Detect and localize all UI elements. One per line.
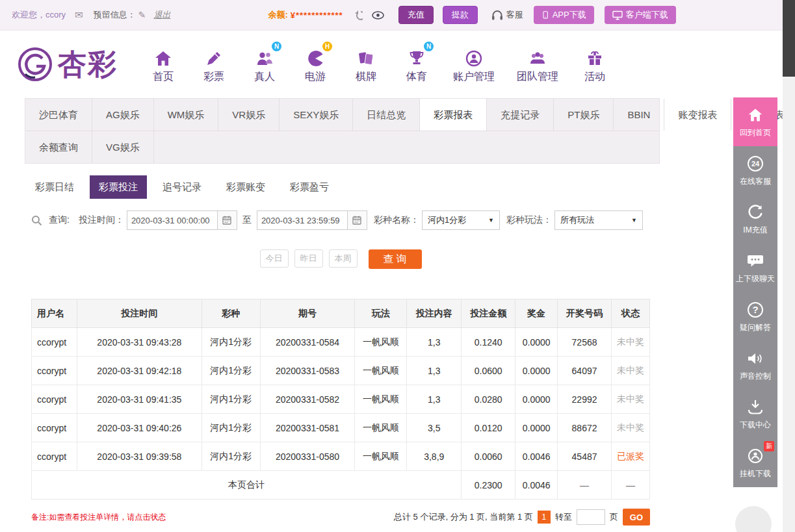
tab-wm[interactable]: WM娱乐 [154, 99, 219, 131]
search-button[interactable]: 查 询 [369, 249, 422, 269]
lottery-select-value: 河内1分彩 [428, 214, 466, 226]
app-download-button[interactable]: APP下载 [534, 6, 594, 24]
cell-bet-amount: 0.0280 [462, 385, 515, 414]
sidebar-item-sound[interactable]: 声音控制 [733, 341, 777, 390]
nav-item-sports[interactable]: N 体育 [402, 45, 431, 84]
tab-pt[interactable]: PT娱乐 [554, 99, 614, 131]
brand-logo[interactable]: 杏彩 [16, 45, 118, 84]
nav-item-label: 真人 [254, 70, 275, 84]
nav-item-team[interactable]: 团队管理 [517, 45, 558, 84]
cell-play: 一帆风顺 [355, 414, 407, 442]
deposit-button[interactable]: 充值 [398, 6, 434, 24]
cell-status[interactable]: 未中奖 [612, 328, 650, 357]
nav-item-boardgames[interactable]: 棋牌 [352, 45, 380, 84]
tab-lottery-report[interactable]: 彩票报表 [420, 99, 487, 131]
bets-table: 用户名 投注时间 彩种 期号 玩法 投注内容 投注金额 奖金 开奖号码 状态 c… [31, 299, 650, 500]
cell-username: ccorypt [32, 357, 77, 385]
page-jump-input[interactable] [577, 509, 605, 525]
client-download-button[interactable]: 客户端下载 [605, 6, 676, 24]
cell-username: ccorypt [32, 414, 77, 442]
col-header-username: 用户名 [32, 299, 77, 328]
sidebar-item-faq[interactable]: ? 疑问解答 [733, 292, 777, 341]
tab-daily-summary[interactable]: 日结总览 [353, 99, 420, 131]
subtab-chase-records[interactable]: 追号记录 [153, 175, 211, 199]
scrollbar-thumb[interactable] [783, 0, 795, 77]
subtab-lottery-profit-loss[interactable]: 彩票盈亏 [281, 175, 338, 199]
start-time-input[interactable] [127, 210, 218, 230]
summary-dash: — [612, 471, 650, 500]
tab-bbin[interactable]: BBIN [614, 99, 664, 131]
gift-icon [586, 45, 604, 68]
cell-status[interactable]: 已派奖 [612, 442, 650, 471]
table-row: ccorypt 2020-03-31 09:42:18 河内1分彩 202003… [32, 357, 650, 385]
tab-vr[interactable]: VR娱乐 [218, 99, 280, 131]
sidebar-item-download-center[interactable]: 下载中心 [733, 390, 777, 438]
today-button[interactable]: 今日 [260, 249, 289, 268]
show-balance-eye-icon[interactable] [372, 11, 384, 19]
customer-service-link[interactable]: 客服 [491, 9, 523, 21]
topbar: 欢迎您，ccory ✉ 预留信息： ✎ 退出 余额: ¥************… [0, 0, 795, 31]
cell-status[interactable]: 未中奖 [612, 385, 650, 414]
col-header-bet-content: 投注内容 [407, 299, 462, 328]
current-page-button[interactable]: 1 [538, 511, 551, 524]
page: 欢迎您，ccory ✉ 预留信息： ✎ 退出 余额: ¥************… [0, 0, 795, 532]
refresh-balance-icon[interactable] [352, 10, 363, 20]
tab-deposit-withdraw-records[interactable]: 充提记录 [487, 99, 554, 131]
home-icon [748, 106, 763, 124]
sidebar-item-im-recharge[interactable]: IM充值 [733, 195, 777, 244]
nav-item-label: 彩票 [203, 70, 224, 84]
cell-username: ccorypt [32, 442, 77, 471]
cell-bet-content: 3,5 [407, 414, 462, 442]
cell-prize: 0.0000 [515, 328, 558, 357]
sidebar-item-hangup-download[interactable]: 新 挂机下载 [733, 438, 777, 487]
col-header-bet-amount: 投注金额 [462, 299, 515, 328]
tab-vg[interactable]: VG娱乐 [92, 131, 154, 163]
app-download-label: APP下载 [553, 9, 586, 21]
nav-item-live[interactable]: N 真人 [250, 45, 279, 84]
sidebar-item-online-service[interactable]: 24 在线客服 [733, 146, 777, 195]
sidebar-item-chat[interactable]: 上下级聊天 [733, 244, 777, 292]
go-button[interactable]: GO [623, 509, 650, 526]
table-header-row: 用户名 投注时间 彩种 期号 玩法 投注内容 投注金额 奖金 开奖号码 状态 [32, 299, 650, 328]
tab-shaba-sports[interactable]: 沙巴体育 [25, 99, 92, 131]
summary-prize-total: 0.0046 [515, 471, 558, 500]
chevron-down-icon: ▼ [631, 217, 637, 223]
cell-lottery: 河内1分彩 [202, 414, 260, 442]
edit-icon[interactable]: ✎ [138, 10, 146, 20]
subtab-lottery-bets[interactable]: 彩票投注 [90, 175, 147, 199]
nav-item-label: 账户管理 [453, 70, 495, 84]
start-calendar-button[interactable] [218, 210, 237, 230]
tab-account-change-report[interactable]: 账变报表 [664, 99, 731, 131]
nav-item-account[interactable]: 账户管理 [453, 45, 495, 84]
end-time-input[interactable] [257, 210, 348, 230]
chevron-down-icon: ▼ [488, 217, 494, 223]
header: 杏彩 首页 彩票 N 真人 [0, 31, 795, 98]
nav-item-lottery[interactable]: 彩票 [200, 45, 228, 84]
sidebar-item-back-home[interactable]: 回到首页 [733, 97, 777, 146]
cell-username: ccorypt [32, 328, 77, 357]
cell-issue: 20200331-0584 [260, 328, 355, 357]
nav-item-home[interactable]: 首页 [149, 45, 177, 84]
quick-range-bar: 今日 昨日 本周 查 询 [31, 249, 650, 269]
scrollbar-track[interactable] [783, 0, 795, 532]
withdraw-button[interactable]: 提款 [443, 6, 478, 24]
cell-draw-number: 64097 [558, 357, 612, 385]
yesterday-button[interactable]: 昨日 [294, 249, 323, 268]
nav-item-promotions[interactable]: 活动 [580, 45, 609, 84]
play-type-select[interactable]: 所有玩法 ▼ [554, 210, 643, 230]
cell-status[interactable]: 未中奖 [612, 357, 650, 385]
mail-icon[interactable]: ✉ [75, 9, 83, 21]
live-person-icon: N [255, 45, 274, 68]
subtab-lottery-account-change[interactable]: 彩票账变 [217, 175, 274, 199]
end-calendar-button[interactable] [348, 210, 367, 230]
nav-item-egame[interactable]: H 电游 [301, 45, 330, 84]
tab-sexy[interactable]: SEXY娱乐 [280, 99, 353, 131]
subtab-lottery-daily[interactable]: 彩票日结 [26, 175, 83, 199]
this-week-button[interactable]: 本周 [329, 249, 358, 268]
cell-draw-number: 72568 [558, 328, 612, 357]
logout-link[interactable]: 退出 [153, 9, 170, 21]
cell-status[interactable]: 未中奖 [612, 414, 650, 442]
tab-balance-query[interactable]: 余额查询 [25, 131, 92, 163]
lottery-select[interactable]: 河内1分彩 ▼ [422, 210, 500, 230]
tab-ag[interactable]: AG娱乐 [92, 99, 154, 131]
